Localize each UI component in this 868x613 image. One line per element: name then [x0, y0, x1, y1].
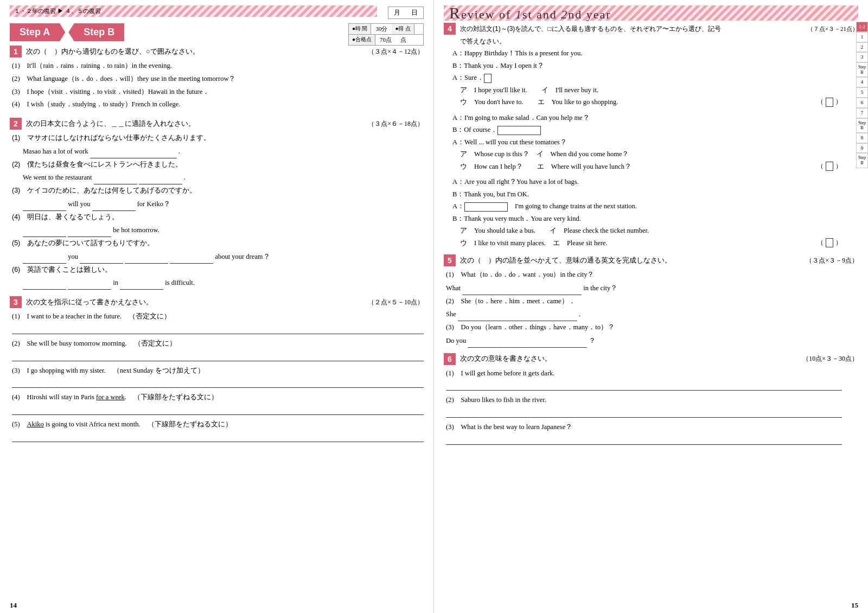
q2-blank6b[interactable] — [68, 276, 111, 290]
dialog-2-choices2: ウ How can I help？ エ Where will you have … — [460, 161, 842, 173]
time-label: ●時 間 — [349, 24, 372, 34]
sidebar-item-stepb2[interactable]: Step B — [856, 118, 868, 133]
q2-blank3b[interactable] — [92, 197, 136, 211]
section-5-header: 5 次の（ ）内の語を並べかえて、意味の通る英文を完成しなさい。 （３点×３－9… — [444, 254, 858, 266]
score-label: ●得 点 — [392, 24, 414, 34]
time-value: 30分 — [371, 24, 392, 34]
q2-blank6a[interactable] — [23, 276, 66, 290]
dialog-3-choices2: ウ I like to visit many places. エ Please … — [460, 237, 842, 250]
dialog-1-answer-box[interactable] — [484, 74, 492, 83]
section-3-number: 3 — [10, 296, 22, 308]
sidebar-item-5[interactable]: 5 — [856, 87, 868, 98]
q3-item4: (4) Hiroshi will stay in Paris for a wee… — [12, 391, 424, 404]
step-a-label: Step A — [10, 23, 65, 41]
dialog-1-choices1: ア I hope you'll like it. イ I'll never bu… — [460, 84, 842, 97]
q2-item5-jp: (5) あなたの夢について話すつもりですか。 — [12, 237, 424, 250]
q5-blank3[interactable] — [468, 334, 587, 348]
dialog-3-paren-answer[interactable] — [826, 238, 833, 247]
q2-item1-en: Masao has a lot of work . — [12, 145, 424, 158]
dialog-2-answer-box[interactable] — [497, 126, 541, 135]
q2-blank2b[interactable] — [139, 171, 182, 184]
q2-item3-jp: (3) ケイコのために、あなたは何をしてあげるのですか。 — [12, 184, 424, 197]
section-4-points: （７点×３－21点） — [807, 25, 858, 33]
sidebar-item-7[interactable]: 7 — [856, 108, 868, 118]
q2-blank5b[interactable] — [80, 250, 123, 264]
step-banner: Step A Step B ●時 間 30分 ●得 点 ●合格点 70点 点 — [10, 23, 424, 41]
section-1: 1 次の（ ）内から適切なものを選び、○で囲みなさい。 （３点×４－12点） (… — [10, 46, 424, 111]
sidebar-item-4[interactable]: 4 — [856, 77, 868, 87]
q6-answer3[interactable] — [446, 435, 842, 445]
sidebar-item-3[interactable]: 3 — [856, 52, 868, 62]
dialog-2-line2: B：Of course． — [452, 124, 842, 136]
section-6: 6 次の文の意味を書きなさい。 （10点×３－30点） (1) I will g… — [444, 353, 858, 445]
q2-blank6c[interactable] — [120, 276, 163, 290]
dialog-1-line1: A：Happy Birthday！This is a present for y… — [452, 47, 842, 60]
dialog-3-line4: B：Thank you very much．You are very kind. — [452, 213, 842, 225]
dialog-2-line3: A：Well ... will you cut these tomatoes？ — [452, 136, 842, 149]
q5-item3-prompt: (3) Do you（learn．other．things．have．many．… — [446, 321, 842, 334]
q2-item2-en: We went to the restaurant . — [12, 171, 424, 184]
q2-item1-jp: (1) マサオにはしなければならない仕事がたくさんあります。 — [12, 132, 424, 145]
dialog-3-answer-box[interactable] — [464, 202, 508, 212]
q5-item1-prompt: (1) What（to．do．do．want．you）in the city？ — [446, 269, 842, 282]
section-1-title: 次の（ ）内から適切なものを選び、○で囲みなさい。 — [26, 47, 200, 56]
sidebar-item-stepb1[interactable]: Step B — [856, 62, 868, 77]
sidebar-item-stepb3[interactable]: Step B — [856, 153, 868, 168]
breadcrumb: １・２年の復習 ▶ ４、５の復習 — [10, 5, 377, 17]
section-2-title: 次の日本文に合うように、＿＿に適語を入れなさい。 — [26, 119, 195, 129]
right-header-stripe: Review of 1st and 2nd year — [444, 5, 858, 21]
dialog-2-paren-answer[interactable] — [826, 162, 833, 171]
sidebar-item-9[interactable]: 9 — [856, 143, 868, 154]
right-sidebar: 1:2 1 2 3 Step B 4 5 6 7 Step B 8 9 Step… — [856, 22, 868, 168]
section-3-header: 3 次の文を指示に従って書きかえなさい。 （２点×５－10点） — [10, 296, 424, 308]
q3-answer3[interactable] — [12, 378, 424, 388]
q2-blank5d[interactable] — [170, 250, 213, 264]
sidebar-item-2[interactable]: 2 — [856, 42, 868, 53]
q2-item4-en: be hot tomorrow. — [12, 224, 424, 237]
section-6-points: （10点×３－30点） — [802, 354, 858, 363]
sidebar-item-1[interactable]: 1 — [856, 32, 868, 42]
q5-item1-answer: What in the city？ — [446, 282, 842, 295]
q3-answer2[interactable] — [12, 352, 424, 361]
left-page: １・２年の復習 ▶ ４、５の復習 月 日 Step A Step B ●時 間 … — [0, 0, 434, 613]
q2-blank4a[interactable] — [23, 224, 66, 237]
q2-blank4b[interactable] — [68, 224, 111, 237]
review-title: Review of 1st and 2nd year — [449, 4, 611, 22]
sidebar-item-8[interactable]: 8 — [856, 133, 868, 143]
q2-blank3a[interactable] — [23, 197, 66, 211]
dialog-2: A：I'm going to make salad．Can you help m… — [444, 112, 858, 173]
q3-answer4[interactable] — [12, 405, 424, 415]
sidebar-item-12[interactable]: 1:2 — [856, 22, 868, 32]
q5-item3-answer: Do you ？ — [446, 334, 842, 348]
q2-item2-jp: (2) 僕たちは昼食を食べにレストランへ行きました。 — [12, 158, 424, 171]
q2-blank1[interactable] — [90, 145, 177, 158]
section-2-points: （３点×６－18点） — [368, 119, 424, 129]
time-score-box: ●時 間 30分 ●得 点 ●合格点 70点 点 — [348, 23, 424, 46]
q6-answer1[interactable] — [446, 381, 842, 391]
q5-blank2[interactable] — [458, 308, 577, 321]
section-6-header: 6 次の文の意味を書きなさい。 （10点×３－30点） — [444, 353, 858, 365]
section-1-body: (1) It'll（rain．rains．raining．to rain）in … — [10, 60, 424, 111]
right-page: Review of 1st and 2nd year 1:2 1 2 3 Ste… — [434, 0, 868, 613]
section-1-header: 1 次の（ ）内から適切なものを選び、○で囲みなさい。 （３点×４－12点） — [10, 46, 424, 58]
q2-blank5c[interactable] — [125, 250, 168, 264]
q2-item5-en: you about your dream？ — [12, 250, 424, 264]
q3-answer1[interactable] — [12, 324, 424, 334]
q2-blank2a[interactable] — [94, 171, 137, 184]
section-5: 5 次の（ ）内の語を並べかえて、意味の通る英文を完成しなさい。 （３点×３－9… — [444, 254, 858, 348]
q5-item2-answer: She . — [446, 308, 842, 321]
dialog-3-line2: B：Thank you, but I'm OK. — [452, 188, 842, 201]
section-2-number: 2 — [10, 118, 22, 130]
passing-label: ●合格点 — [349, 35, 375, 45]
q6-answer2[interactable] — [446, 408, 842, 418]
q2-blank5a[interactable] — [23, 250, 66, 264]
dialog-1-choices2: ウ You don't have to. エ You like to go sh… — [460, 96, 842, 108]
q5-blank1[interactable] — [462, 282, 582, 295]
passing-value: 70点 — [375, 35, 396, 45]
q3-item1: (1) I want to be a teacher in the future… — [12, 310, 424, 323]
q6-item3: (3) What is the best way to learn Japane… — [446, 421, 842, 434]
day-label: 日 — [411, 8, 418, 17]
q3-answer5[interactable] — [12, 432, 424, 442]
sidebar-item-6[interactable]: 6 — [856, 98, 868, 108]
dialog-1-paren-answer[interactable] — [826, 98, 833, 107]
